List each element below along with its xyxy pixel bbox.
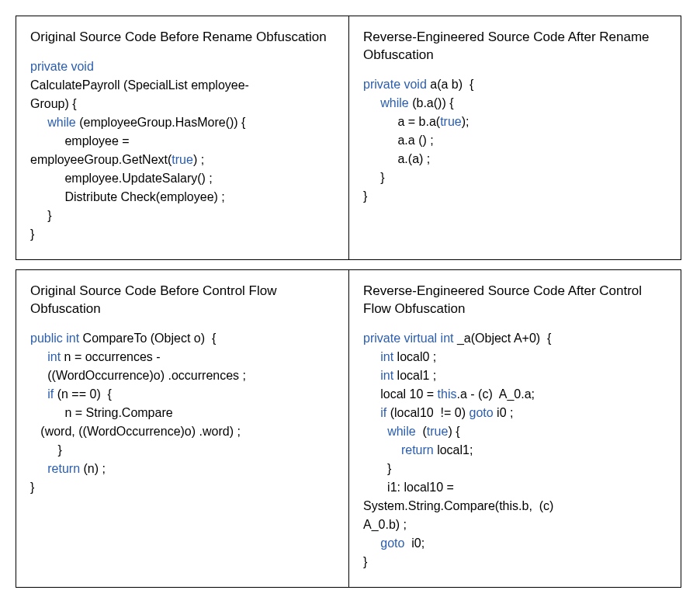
heading-reverse-rename: Reverse-Engineered Source Code After Ren… [363, 29, 667, 64]
row-rename-obfuscation: Original Source Code Before Rename Obfus… [16, 16, 681, 260]
code-reverse-controlflow: private virtual int _a(Object A+0) { int… [363, 329, 667, 571]
cell-reverse-controlflow: Reverse-Engineered Source Code After Con… [348, 270, 681, 587]
cell-original-controlflow: Original Source Code Before Control Flow… [16, 270, 348, 587]
heading-reverse-controlflow: Reverse-Engineered Source Code After Con… [363, 283, 667, 318]
code-reverse-rename: private void a(a b) { while (b.a()) { a … [363, 75, 667, 206]
row-controlflow-obfuscation: Original Source Code Before Control Flow… [16, 269, 681, 588]
code-original-controlflow: public int CompareTo (Object o) { int n … [30, 329, 334, 497]
heading-original-controlflow: Original Source Code Before Control Flow… [30, 283, 334, 318]
code-original-rename: private void CalculatePayroll (SpecialLi… [30, 57, 334, 244]
cell-reverse-rename: Reverse-Engineered Source Code After Ren… [348, 16, 681, 259]
heading-original-rename: Original Source Code Before Rename Obfus… [30, 29, 334, 47]
cell-original-rename: Original Source Code Before Rename Obfus… [16, 16, 348, 259]
